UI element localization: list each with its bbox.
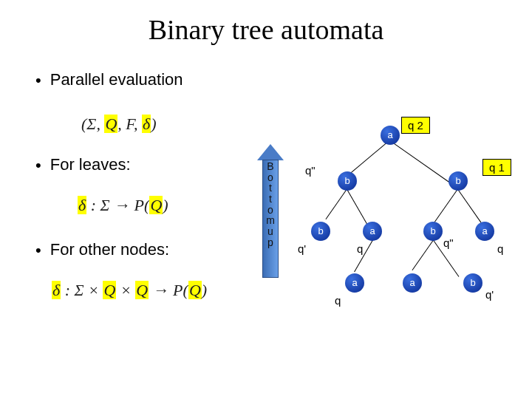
arrow-letter: t [269,193,272,205]
tree-node-root: a [381,126,400,145]
tree-node: b [338,171,357,191]
state-label: q [335,294,341,307]
tree-diagram: q 2 q 1 a b b b a b a a a b q" q' q q" q… [292,118,528,384]
node-sig: : Σ × [61,281,103,299]
node-Q2: Q [135,281,149,299]
node-x: × [116,281,135,299]
sig-close: ) [151,115,156,133]
arrow-letter: o [267,171,273,183]
state-label: q' [485,288,494,301]
state-box-q2: q 2 [401,117,430,134]
bullet-parallel-text: Parallel evaluation [50,70,183,89]
sig-mid: , F, [117,115,142,133]
formula-signature: (Σ, Q, F, δ) [81,115,156,134]
arrow-letter: u [267,225,273,237]
tree-node: b [463,273,482,293]
bullet-dot-icon: • [35,241,41,259]
node-arrow: → P( [149,281,188,299]
bullet-other: •For other nodes: [35,240,169,260]
arrow-text: B o t t o m u p [266,161,275,248]
state-label: q' [298,242,306,255]
sig-delta: δ [142,115,151,133]
bullet-dot-icon: • [35,71,41,89]
state-label: q [357,242,363,255]
bullet-parallel: •Parallel evaluation [35,70,183,90]
sig-Q: Q [104,115,117,133]
node-delta: δ [52,281,61,299]
arrow-up-head-icon [257,144,284,160]
state-label: q" [443,236,454,249]
node-Q1: Q [103,281,116,299]
tree-node: b [423,222,443,241]
leaf-delta: δ [78,196,86,214]
node-Q3: Q [188,281,202,299]
bullet-dot-icon: • [35,156,41,174]
leaf-Q: Q [149,196,163,214]
tree-node: b [311,222,330,241]
leaf-colon: : Σ → P( [86,196,149,214]
tree-node: a [403,273,422,293]
bullet-leaves-text: For leaves: [50,155,131,174]
arrow-letter: m [266,214,275,226]
arrow-letter: o [267,204,273,216]
slide-title: Binary tree automata [0,0,532,46]
tree-node: a [475,222,494,241]
bullet-other-text: For other nodes: [50,240,169,259]
arrow-letter: B [267,160,273,172]
sig-open: (Σ, [81,115,104,133]
formula-leaves: δ : Σ → P(Q) [78,196,168,215]
node-close2: ) [202,281,207,299]
formula-nodes: δ : Σ × Q × Q → P(Q) [52,281,207,300]
state-label: q" [305,164,316,177]
bullet-leaves: •For leaves: [35,155,131,175]
tree-node: b [449,171,468,191]
tree-node: a [363,222,382,241]
arrow-letter: p [267,236,273,248]
tree-node: a [345,273,364,293]
state-box-q1: q 1 [482,159,511,176]
leaf-close: ) [163,196,168,214]
state-label: q [497,242,503,255]
arrow-letter: t [269,182,272,194]
